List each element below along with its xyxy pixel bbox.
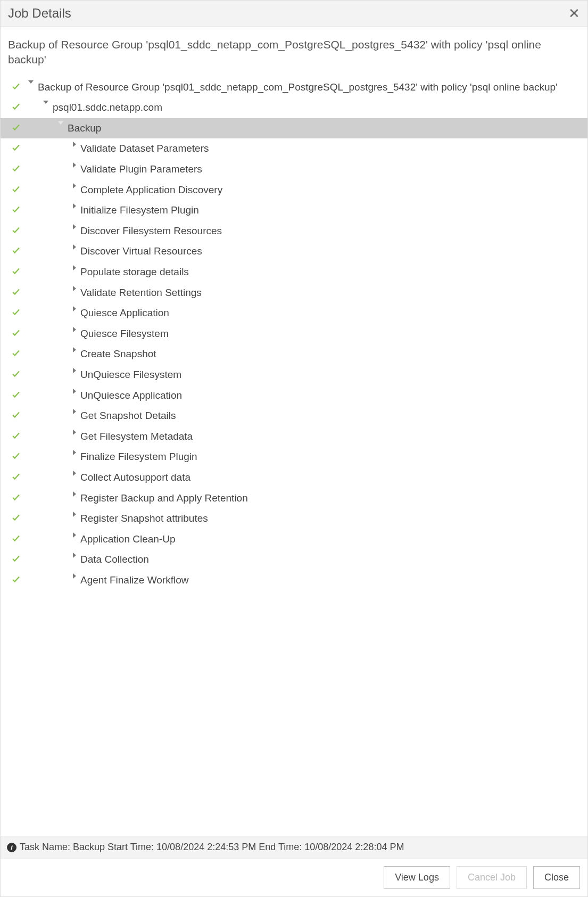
tree-node-label: psql01.sddc.netapp.com	[53, 101, 584, 115]
tree-node-label: Data Collection	[80, 553, 584, 567]
checkmark-icon	[11, 142, 23, 152]
caret-right-icon[interactable]	[73, 306, 76, 311]
checkmark-icon	[11, 203, 23, 214]
tree-row-step[interactable]: Get Snapshot Details	[1, 406, 587, 426]
tree-node-label: Collect Autosupport data	[80, 471, 584, 485]
caret-right-icon[interactable]	[73, 491, 76, 497]
tree-row-step[interactable]: Validate Plugin Parameters	[1, 159, 587, 180]
caret-right-icon[interactable]	[73, 347, 76, 352]
tree-node-label: Validate Retention Settings	[80, 286, 584, 300]
caret-right-icon[interactable]	[73, 450, 76, 455]
caret-right-icon[interactable]	[73, 265, 76, 270]
tree-node-label: Application Clean-Up	[80, 532, 584, 547]
job-subtitle: Backup of Resource Group 'psql01_sddc_ne…	[1, 27, 587, 75]
tree-row-step[interactable]: Discover Virtual Resources	[1, 241, 587, 262]
caret-right-icon[interactable]	[73, 327, 76, 332]
tree-node-label: UnQuiesce Filesystem	[80, 368, 584, 382]
tree-node-label: Discover Filesystem Resources	[80, 224, 584, 238]
tree-row-step[interactable]: Application Clean-Up	[1, 529, 587, 550]
dialog-footer: View Logs Cancel Job Close	[1, 858, 587, 896]
cancel-job-button[interactable]: Cancel Job	[457, 866, 527, 889]
tree-row-step[interactable]: UnQuiesce Filesystem	[1, 365, 587, 385]
tree-row-step[interactable]: Discover Filesystem Resources	[1, 221, 587, 242]
job-details-dialog: Job Details ✕ Backup of Resource Group '…	[0, 0, 588, 897]
tree-node-label: Quiesce Filesystem	[80, 327, 584, 341]
checkmark-icon	[11, 491, 23, 502]
tree-row-step[interactable]: Quiesce Application	[1, 303, 587, 324]
tree-row-step[interactable]: Register Snapshot attributes	[1, 508, 587, 529]
tree-row-step[interactable]: Collect Autosupport data	[1, 467, 587, 488]
checkmark-icon	[11, 162, 23, 173]
close-button[interactable]: Close	[533, 866, 580, 889]
info-icon: i	[7, 843, 16, 852]
caret-right-icon[interactable]	[73, 573, 76, 579]
tree-row-step[interactable]: Quiesce Filesystem	[1, 324, 587, 344]
caret-right-icon[interactable]	[73, 142, 76, 147]
tree-node-label: Complete Application Discovery	[80, 183, 584, 197]
tree-row-root[interactable]: Backup of Resource Group 'psql01_sddc_ne…	[1, 77, 587, 98]
caret-right-icon[interactable]	[73, 224, 76, 229]
caret-down-icon[interactable]	[58, 121, 63, 125]
caret-right-icon[interactable]	[73, 532, 76, 538]
checkmark-icon	[11, 286, 23, 297]
tree-row-step[interactable]: Initialize Filesystem Plugin	[1, 200, 587, 221]
checkmark-icon	[11, 244, 23, 255]
dialog-body: Backup of Resource Group 'psql01_sddc_ne…	[1, 27, 587, 836]
checkmark-icon	[11, 512, 23, 522]
view-logs-button[interactable]: View Logs	[384, 866, 450, 889]
caret-right-icon[interactable]	[73, 183, 76, 188]
caret-down-icon[interactable]	[28, 80, 34, 84]
tree-row-step[interactable]: Finalize Filesystem Plugin	[1, 447, 587, 467]
checkmark-icon	[11, 430, 23, 440]
checkmark-icon	[11, 532, 23, 543]
dialog-title: Job Details	[8, 6, 71, 21]
tree-row-step[interactable]: Agent Finalize Workflow	[1, 570, 587, 591]
tree-row-step[interactable]: Complete Application Discovery	[1, 180, 587, 201]
tree-row-step[interactable]: Get Filesystem Metadata	[1, 426, 587, 447]
tree-row-step[interactable]: UnQuiesce Application	[1, 385, 587, 406]
caret-right-icon[interactable]	[73, 471, 76, 476]
caret-right-icon[interactable]	[73, 244, 76, 250]
tree-node-label: Validate Dataset Parameters	[80, 142, 584, 156]
checkmark-icon	[11, 224, 23, 235]
checkmark-icon	[11, 471, 23, 481]
tree-row-step[interactable]: Populate storage details	[1, 262, 587, 283]
tree-row-step[interactable]: Validate Dataset Parameters	[1, 138, 587, 159]
tree-node-label: Quiesce Application	[80, 306, 584, 320]
tree-node-label: Register Snapshot attributes	[80, 512, 584, 526]
tree-row-step[interactable]: Register Backup and Apply Retention	[1, 488, 587, 509]
status-text: Task Name: Backup Start Time: 10/08/2024…	[20, 842, 404, 853]
tree-row-step[interactable]: Create Snapshot	[1, 344, 587, 365]
checkmark-icon	[11, 183, 23, 194]
caret-right-icon[interactable]	[73, 512, 76, 517]
checkmark-icon	[11, 306, 23, 317]
close-icon[interactable]: ✕	[568, 6, 580, 20]
checkmark-icon	[11, 327, 23, 338]
checkmark-icon	[11, 80, 23, 91]
caret-right-icon[interactable]	[73, 553, 76, 558]
tree-node-label: Populate storage details	[80, 265, 584, 279]
tree-node-label: Validate Plugin Parameters	[80, 162, 584, 177]
tree-row-step[interactable]: Data Collection	[1, 549, 587, 570]
tree-node-label: Agent Finalize Workflow	[80, 573, 584, 588]
tree-node-label: Create Snapshot	[80, 347, 584, 361]
tree-node-label: UnQuiesce Application	[80, 389, 584, 403]
tree-row-step[interactable]: Validate Retention Settings	[1, 283, 587, 303]
tree-row-backup[interactable]: Backup	[1, 118, 587, 139]
checkmark-icon	[11, 265, 23, 276]
caret-right-icon[interactable]	[73, 203, 76, 209]
caret-right-icon[interactable]	[73, 368, 76, 373]
checkmark-icon	[11, 368, 23, 378]
tree-node-label: Discover Virtual Resources	[80, 244, 584, 259]
tree-row-host[interactable]: psql01.sddc.netapp.com	[1, 97, 587, 118]
checkmark-icon	[11, 450, 23, 460]
caret-right-icon[interactable]	[73, 162, 76, 168]
caret-down-icon[interactable]	[43, 101, 48, 104]
job-tree: Backup of Resource Group 'psql01_sddc_ne…	[1, 75, 587, 602]
tree-node-label: Register Backup and Apply Retention	[80, 491, 584, 506]
caret-right-icon[interactable]	[73, 389, 76, 394]
caret-right-icon[interactable]	[73, 409, 76, 414]
tree-node-label: Initialize Filesystem Plugin	[80, 203, 584, 218]
caret-right-icon[interactable]	[73, 286, 76, 291]
caret-right-icon[interactable]	[73, 430, 76, 435]
